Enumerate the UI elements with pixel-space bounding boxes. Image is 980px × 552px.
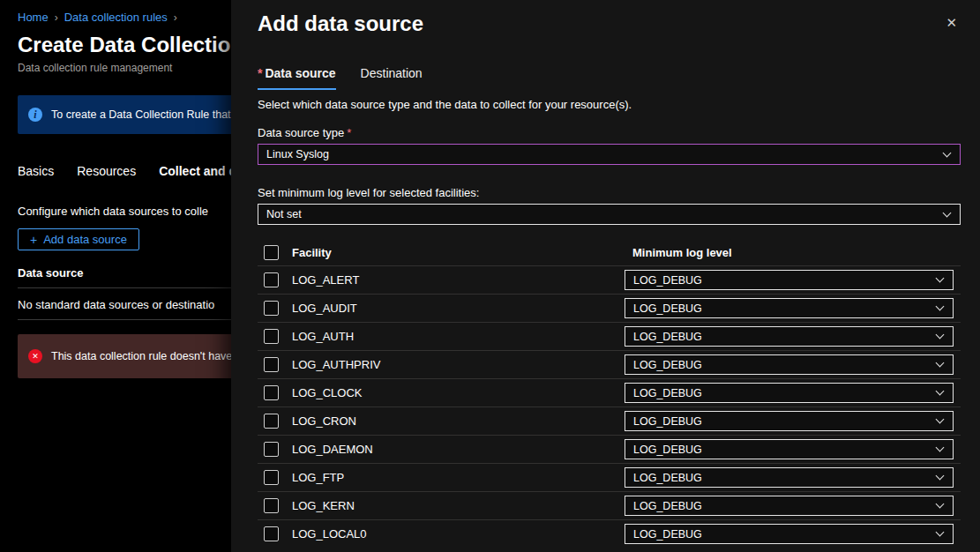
row-level-value: LOG_DEBUG xyxy=(633,500,702,512)
facility-label: LOG_DAEMON xyxy=(292,443,625,456)
row-level-dropdown[interactable]: LOG_DEBUG xyxy=(625,467,954,488)
facility-label: LOG_AUTHPRIV xyxy=(292,358,625,371)
facility-column-header: Facility xyxy=(292,246,625,259)
chevron-down-icon xyxy=(936,415,945,424)
required-marker: * xyxy=(258,66,262,80)
row-level-dropdown[interactable]: LOG_DEBUG xyxy=(625,439,954,459)
panel-description: Select which data source type and the da… xyxy=(258,98,961,111)
row-level-dropdown[interactable]: LOG_DEBUG xyxy=(625,496,954,516)
info-banner-text: To create a Data Collection Rule that c xyxy=(51,108,231,121)
info-icon: i xyxy=(28,108,42,122)
chevron-down-icon xyxy=(936,500,945,509)
facility-label: LOG_ALERT xyxy=(292,273,625,287)
add-data-source-button-label: Add data source xyxy=(43,233,127,246)
table-row: LOG_KERN LOG_DEBUG xyxy=(258,491,961,519)
error-banner-text: This data collection rule doesn't have xyxy=(51,350,231,362)
row-level-dropdown[interactable]: LOG_DEBUG xyxy=(625,270,954,290)
table-row: LOG_AUTHPRIV LOG_DEBUG xyxy=(258,350,961,378)
facility-label: LOG_LOCAL0 xyxy=(292,527,625,541)
tab-destination-label: Destination xyxy=(361,66,423,80)
data-source-type-label: Data source type* xyxy=(258,126,961,139)
table-row: LOG_AUTH LOG_DEBUG xyxy=(258,322,961,350)
add-data-source-panel: Add data source ✕ *Data source Destinati… xyxy=(231,0,980,552)
tab-destination[interactable]: Destination xyxy=(361,66,423,90)
info-banner: i To create a Data Collection Rule that … xyxy=(18,95,231,134)
tab-basics[interactable]: Basics xyxy=(18,164,54,178)
row-checkbox[interactable] xyxy=(264,470,279,485)
table-row: LOG_AUDIT LOG_DEBUG xyxy=(258,294,961,322)
chevron-down-icon xyxy=(943,148,952,157)
breadcrumb-separator-icon: › xyxy=(55,11,58,24)
row-level-value: LOG_DEBUG xyxy=(633,359,702,371)
select-all-checkbox[interactable] xyxy=(264,245,279,260)
tab-data-source[interactable]: *Data source xyxy=(258,66,336,90)
data-source-column-header: Data source xyxy=(18,266,231,280)
plus-icon: + xyxy=(30,234,37,246)
required-marker: * xyxy=(347,126,351,139)
tab-collect-and-deliver[interactable]: Collect and d xyxy=(159,164,231,178)
row-level-value: LOG_DEBUG xyxy=(633,274,702,287)
panel-tabs: *Data source Destination xyxy=(258,66,961,90)
data-source-type-value: Linux Syslog xyxy=(266,148,329,160)
panel-title: Add data source xyxy=(258,11,961,36)
tab-resources[interactable]: Resources xyxy=(77,164,136,178)
table-row: LOG_ALERT LOG_DEBUG xyxy=(258,265,961,294)
table-row: LOG_DAEMON LOG_DEBUG xyxy=(258,435,961,463)
table-row: LOG_CRON LOG_DEBUG xyxy=(258,407,961,435)
row-checkbox[interactable] xyxy=(264,498,279,513)
table-row: LOG_FTP LOG_DEBUG xyxy=(258,463,961,491)
row-level-dropdown[interactable]: LOG_DEBUG xyxy=(625,326,954,347)
row-level-dropdown[interactable]: LOG_DEBUG xyxy=(625,383,954,403)
row-checkbox[interactable] xyxy=(264,385,279,400)
facility-label: LOG_CRON xyxy=(292,414,625,428)
add-data-source-button[interactable]: + Add data source xyxy=(18,228,139,250)
chevron-down-icon xyxy=(936,387,945,396)
level-column-header: Minimum log level xyxy=(625,246,954,259)
row-level-dropdown[interactable]: LOG_DEBUG xyxy=(625,524,954,544)
row-level-value: LOG_DEBUG xyxy=(633,387,702,399)
row-level-value: LOG_DEBUG xyxy=(633,302,702,315)
chevron-down-icon xyxy=(936,444,945,452)
breadcrumb-separator-icon: › xyxy=(174,11,177,24)
facility-label: LOG_CLOCK xyxy=(292,386,625,399)
row-checkbox[interactable] xyxy=(264,329,279,344)
breadcrumb: Home›Data collection rules› xyxy=(18,11,231,24)
row-level-dropdown[interactable]: LOG_DEBUG xyxy=(625,354,954,375)
breadcrumb-home-link[interactable]: Home xyxy=(18,11,49,24)
chevron-down-icon xyxy=(936,472,945,481)
breadcrumb-section-link[interactable]: Data collection rules xyxy=(64,11,168,24)
chevron-down-icon xyxy=(936,528,945,537)
row-checkbox[interactable] xyxy=(264,526,279,541)
row-checkbox[interactable] xyxy=(264,272,279,287)
facility-label: LOG_AUTH xyxy=(292,330,625,343)
tab-data-source-label: Data source xyxy=(265,66,335,80)
row-checkbox[interactable] xyxy=(264,301,279,316)
page-title: Create Data Collection xyxy=(18,33,231,57)
row-checkbox[interactable] xyxy=(264,357,279,372)
configure-text: Configure which data sources to colle xyxy=(18,205,231,218)
row-level-dropdown[interactable]: LOG_DEBUG xyxy=(625,411,954,431)
close-icon[interactable]: ✕ xyxy=(946,16,957,29)
chevron-down-icon xyxy=(943,208,952,217)
empty-list-text: No standard data sources or destinatio xyxy=(18,298,231,311)
min-log-level-dropdown[interactable]: Not set xyxy=(258,204,961,225)
page-tabs: Basics Resources Collect and d xyxy=(18,164,231,178)
facility-table: Facility Minimum log level LOG_ALERT LOG… xyxy=(258,239,961,548)
data-source-type-dropdown[interactable]: Linux Syslog xyxy=(258,144,961,165)
row-level-dropdown[interactable]: LOG_DEBUG xyxy=(625,298,954,318)
chevron-down-icon xyxy=(936,302,945,311)
row-level-value: LOG_DEBUG xyxy=(633,331,702,343)
facility-label: LOG_AUDIT xyxy=(292,302,625,315)
row-checkbox[interactable] xyxy=(264,442,279,457)
table-row: LOG_LOCAL0 LOG_DEBUG xyxy=(258,519,961,548)
create-dcr-page: Home›Data collection rules› Create Data … xyxy=(0,0,231,552)
table-row: LOG_CLOCK LOG_DEBUG xyxy=(258,378,961,407)
chevron-down-icon xyxy=(936,274,945,283)
row-level-value: LOG_DEBUG xyxy=(633,528,702,541)
facility-label: LOG_KERN xyxy=(292,499,625,512)
chevron-down-icon xyxy=(936,359,945,368)
row-checkbox[interactable] xyxy=(264,414,279,429)
divider xyxy=(18,287,231,288)
row-level-value: LOG_DEBUG xyxy=(633,444,702,456)
row-level-value: LOG_DEBUG xyxy=(633,472,702,484)
